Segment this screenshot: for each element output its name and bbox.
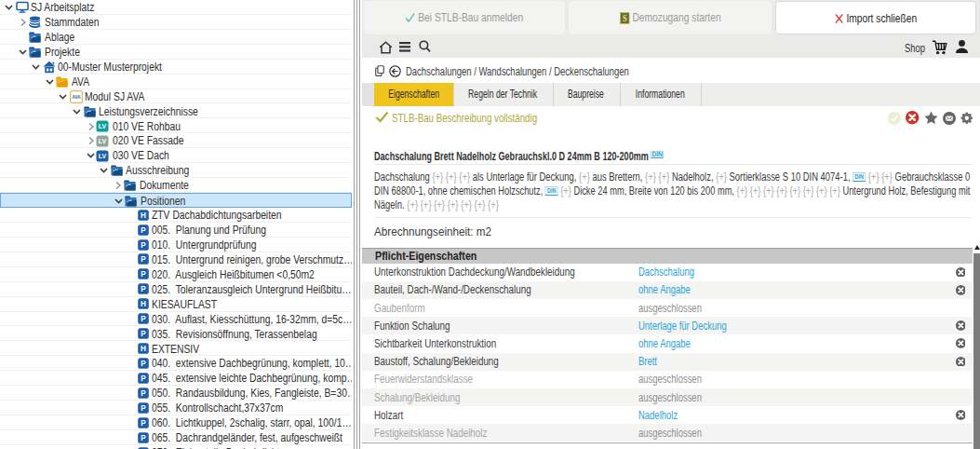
svg-text:P: P [141, 419, 146, 428]
svg-text:H: H [141, 211, 146, 220]
svg-text:AVA: AVA [72, 95, 81, 100]
svg-text:LV: LV [99, 153, 107, 159]
svg-text:P: P [141, 330, 146, 338]
svg-text:P: P [141, 255, 146, 264]
svg-text:P: P [141, 404, 146, 413]
svg-text:LV: LV [99, 123, 107, 129]
svg-text:P: P [141, 241, 146, 250]
svg-text:P: P [141, 270, 146, 279]
svg-text:LV: LV [99, 138, 107, 144]
svg-text:P: P [141, 360, 146, 368]
svg-text:H: H [141, 300, 146, 308]
svg-text:P: P [141, 285, 146, 293]
svg-text:P: P [141, 315, 146, 323]
svg-text:P: P [141, 226, 146, 235]
svg-text:P: P [141, 389, 146, 398]
svg-text:P: P [141, 434, 146, 442]
svg-text:P: P [141, 374, 146, 383]
svg-text:H: H [141, 345, 146, 353]
svg-text:S: S [623, 13, 627, 23]
